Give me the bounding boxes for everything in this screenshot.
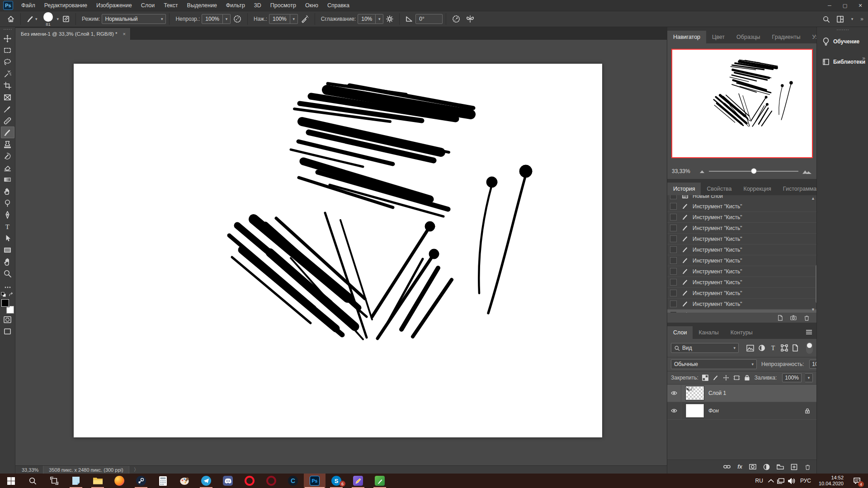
menu-image[interactable]: Изображение bbox=[92, 0, 137, 11]
history-row[interactable]: Инструмент "Кисть" bbox=[667, 255, 816, 266]
tool-frame[interactable] bbox=[1, 91, 14, 103]
tool-history-brush[interactable] bbox=[1, 150, 14, 162]
taskbar-paint[interactable] bbox=[174, 474, 195, 488]
history-row[interactable]: Инструмент "Кисть" bbox=[667, 244, 816, 255]
taskbar-firefox[interactable] bbox=[108, 474, 130, 488]
tool-rectangle[interactable] bbox=[1, 244, 14, 256]
tab-navigator[interactable]: Навигатор bbox=[667, 31, 706, 43]
layer-lock-icon[interactable] bbox=[805, 408, 810, 414]
history-source-checkbox[interactable] bbox=[670, 279, 677, 286]
filter-pixel-layers-icon[interactable] bbox=[746, 345, 754, 352]
tab-adjustments[interactable]: Коррекция bbox=[737, 183, 777, 195]
quick-mask-icon[interactable] bbox=[1, 314, 14, 325]
tray-expand-icon[interactable] bbox=[768, 479, 774, 483]
canvas[interactable] bbox=[74, 64, 602, 437]
tab-history[interactable]: История bbox=[667, 183, 701, 195]
maximize-button[interactable]: ▢ bbox=[837, 0, 853, 11]
layer-visibility-toggle[interactable] bbox=[667, 402, 681, 419]
task-view-icon[interactable] bbox=[43, 474, 65, 488]
taskbar-opera-beta[interactable] bbox=[260, 474, 282, 488]
menu-file[interactable]: Файл bbox=[17, 0, 40, 11]
tool-crop[interactable] bbox=[1, 80, 14, 91]
layer-thumbnail[interactable] bbox=[686, 404, 704, 418]
taskbar-calculator[interactable] bbox=[152, 474, 174, 488]
blend-mode-dropdown[interactable]: Нормальный▾ bbox=[102, 14, 166, 24]
taskbar-photoshop[interactable]: Ps bbox=[304, 474, 326, 488]
toolbar-grip[interactable] bbox=[4, 29, 12, 32]
tab-channels[interactable]: Каналы bbox=[693, 326, 724, 339]
lock-pixels-icon[interactable] bbox=[712, 375, 719, 381]
tab-swatches[interactable]: Образцы bbox=[731, 31, 766, 43]
layer-fill-field[interactable]: 100% bbox=[782, 373, 802, 382]
taskbar-capture[interactable]: C bbox=[282, 474, 304, 488]
action-center-icon[interactable]: 4 bbox=[849, 474, 864, 488]
history-row[interactable]: Инструмент "Кисть" bbox=[667, 277, 816, 288]
panel-libraries[interactable]: Библиотеки bbox=[817, 54, 868, 70]
delete-state-icon[interactable] bbox=[803, 314, 810, 321]
tool-smudge[interactable] bbox=[1, 185, 14, 197]
volume-icon[interactable] bbox=[788, 478, 795, 484]
slider-thumb[interactable] bbox=[751, 168, 757, 174]
layer-thumbnail[interactable] bbox=[686, 386, 704, 400]
menu-select[interactable]: Выделение bbox=[183, 0, 222, 11]
brush-tool-preset-icon[interactable]: ▾ bbox=[24, 13, 41, 25]
brush-angle-field[interactable]: 0° bbox=[415, 14, 443, 24]
zoom-out-icon[interactable] bbox=[699, 169, 705, 174]
tool-gradient[interactable] bbox=[1, 174, 14, 185]
history-row[interactable]: Инструмент "Кисть" bbox=[667, 299, 816, 310]
background-color-swatch[interactable] bbox=[6, 306, 14, 314]
zoom-in-icon[interactable] bbox=[802, 169, 812, 174]
status-chevron-icon[interactable]: 〉 bbox=[129, 466, 143, 473]
layer-visibility-toggle[interactable] bbox=[667, 385, 681, 402]
filter-type-layers-icon[interactable]: T bbox=[769, 344, 777, 352]
tool-type[interactable]: T bbox=[1, 221, 14, 232]
layer-row-layer1[interactable]: Слой 1 bbox=[667, 385, 816, 402]
tool-lasso[interactable] bbox=[1, 56, 14, 68]
history-source-checkbox[interactable] bbox=[670, 195, 677, 199]
document-tab[interactable]: Без имени-1 @ 33,3% (Слой 1, RGB/8) * × bbox=[15, 28, 131, 40]
history-source-checkbox[interactable] bbox=[670, 214, 677, 221]
flow-caret-icon[interactable]: ▾ bbox=[290, 14, 298, 24]
smoothing-caret-icon[interactable]: ▾ bbox=[376, 14, 383, 24]
history-source-checkbox[interactable] bbox=[670, 257, 677, 264]
taskbar-telegram[interactable] bbox=[195, 474, 217, 488]
taskbar-paint-green[interactable] bbox=[369, 474, 391, 488]
history-source-checkbox[interactable] bbox=[670, 225, 677, 231]
filter-toggle[interactable] bbox=[806, 342, 813, 354]
opacity-field[interactable]: 100% bbox=[202, 14, 223, 24]
smoothing-field[interactable]: 10% bbox=[358, 14, 376, 24]
taskbar-steam[interactable] bbox=[130, 474, 152, 488]
menu-layers[interactable]: Слои bbox=[137, 0, 159, 11]
tool-zoom[interactable] bbox=[1, 267, 14, 279]
layer-fill-caret-icon[interactable]: ▾ bbox=[805, 373, 813, 382]
filter-shape-layers-icon[interactable] bbox=[781, 344, 788, 352]
panel-learn[interactable]: Обучение bbox=[817, 33, 868, 50]
layer-effects-icon[interactable]: fx bbox=[737, 464, 742, 470]
edit-toolbar-icon[interactable] bbox=[1, 284, 14, 291]
search-icon[interactable] bbox=[822, 15, 830, 23]
taskbar-skype[interactable]: S 6 bbox=[326, 474, 347, 488]
tab-histogram[interactable]: Гистограмма bbox=[777, 183, 822, 195]
navigator-zoom-value[interactable]: 33,33% bbox=[672, 168, 695, 174]
opacity-caret-icon[interactable]: ▾ bbox=[223, 14, 231, 24]
pressure-size-icon[interactable] bbox=[449, 13, 463, 25]
history-source-checkbox[interactable] bbox=[670, 300, 677, 307]
pressure-opacity-icon[interactable] bbox=[231, 13, 244, 25]
history-source-checkbox[interactable] bbox=[670, 203, 677, 210]
menu-edit[interactable]: Редактирование bbox=[40, 0, 92, 11]
network-icon[interactable] bbox=[777, 478, 785, 484]
taskbar-discord[interactable] bbox=[217, 474, 239, 488]
smoothing-gear-icon[interactable] bbox=[383, 13, 396, 25]
navigator-preview[interactable] bbox=[671, 49, 813, 158]
tab-properties[interactable]: Свойства bbox=[701, 183, 737, 195]
link-layers-icon[interactable] bbox=[723, 464, 731, 470]
tool-hand[interactable] bbox=[1, 256, 14, 267]
tool-brush[interactable] bbox=[1, 127, 14, 138]
scroll-down-icon[interactable]: ▼ bbox=[811, 307, 815, 312]
flow-field[interactable]: 100% bbox=[269, 14, 290, 24]
tab-gradients[interactable]: Градиенты bbox=[766, 31, 807, 43]
photoshop-app-icon[interactable]: Ps bbox=[3, 1, 13, 10]
new-group-icon[interactable] bbox=[777, 464, 784, 470]
menu-3d[interactable]: 3D bbox=[250, 0, 266, 11]
tab-paths[interactable]: Контуры bbox=[725, 326, 759, 339]
